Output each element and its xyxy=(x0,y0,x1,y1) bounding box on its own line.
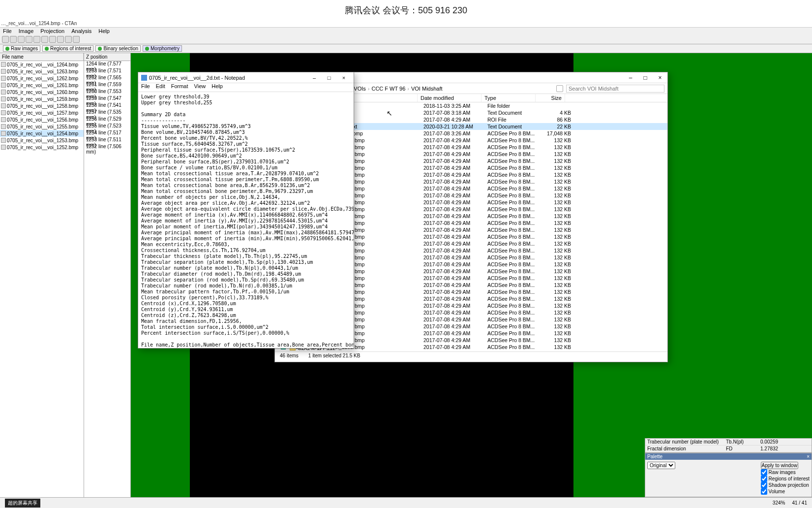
menu-image[interactable]: Image xyxy=(19,28,34,35)
tab-morphometry[interactable]: Morphometry xyxy=(143,45,182,52)
check-shadow-projection[interactable]: Shadow projection xyxy=(761,482,810,488)
zpos-value: 1260 line (7.553 mm) xyxy=(84,89,130,95)
file-size: 17,048 KB xyxy=(541,130,571,136)
menu-format[interactable]: Format xyxy=(171,83,188,92)
file-size: 132 KB xyxy=(541,158,571,164)
menu-file[interactable]: File xyxy=(141,83,150,92)
file-row[interactable]: 0705_ir_rec_voi__voi_1253.bmp xyxy=(0,137,84,144)
tab-icon xyxy=(5,47,9,51)
check-regions-of-interest[interactable]: Regions of interest xyxy=(761,476,810,482)
file-row[interactable]: 0705_ir_rec_voi__voi_1264.bmp xyxy=(0,61,84,68)
menu-help[interactable]: Help xyxy=(98,28,110,35)
file-icon xyxy=(1,90,6,95)
close-icon[interactable]: × xyxy=(337,73,351,82)
app-status-bar: 超的屏幕共享 324% 41 / 41 xyxy=(0,497,812,508)
file-row[interactable]: 0705_ir_rec_voi__voi_1258.bmp xyxy=(0,102,84,109)
file-row[interactable]: 0705_ir_rec_voi__voi_1255.bmp xyxy=(0,123,84,130)
crumb-item[interactable]: VOI Midshaft xyxy=(410,86,444,92)
file-date: 2017-07-08 4:29 AM xyxy=(423,248,487,254)
file-type: Text Document xyxy=(487,110,541,116)
refresh-icon[interactable] xyxy=(556,85,563,92)
toolbar-button[interactable] xyxy=(26,36,32,43)
close-icon[interactable]: × xyxy=(653,72,667,83)
menu-file[interactable]: File xyxy=(3,28,12,35)
file-date: 2017-07-08 4:29 AM xyxy=(423,296,487,302)
maximize-icon[interactable]: □ xyxy=(322,73,336,82)
palette-select[interactable]: Original xyxy=(647,462,675,469)
file-size: 132 KB xyxy=(541,317,571,322)
file-row[interactable]: 0705_ir_rec_voi__voi_1257.bmp xyxy=(0,109,84,116)
menu-help[interactable]: Help xyxy=(211,83,223,92)
col-size[interactable]: Size xyxy=(536,94,565,102)
file-size: 132 KB xyxy=(541,220,571,226)
minimize-icon[interactable]: – xyxy=(623,72,638,83)
col-type[interactable]: Type xyxy=(481,94,536,102)
file-icon xyxy=(1,117,6,122)
maximize-icon[interactable]: □ xyxy=(638,72,653,83)
palette-close-icon[interactable]: × xyxy=(807,454,810,459)
file-type: ACDSee Pro 8 BM... xyxy=(487,317,541,322)
tab-regions-of-interest[interactable]: Regions of interest xyxy=(42,45,93,52)
file-size: 132 KB xyxy=(541,248,571,254)
file-size: 132 KB xyxy=(541,199,571,205)
crumb-item[interactable]: CCC F WT 96 xyxy=(370,86,406,92)
file-date: 2017-07-08 4:29 AM xyxy=(423,317,487,322)
zpos-value: 1253 line (7.511 mm) xyxy=(84,137,130,144)
check-raw-images[interactable]: Raw images xyxy=(761,469,810,476)
tab-icon xyxy=(98,47,102,51)
file-size: 4 KB xyxy=(541,110,571,116)
file-list-panel: File name 0705_ir_rec_voi__voi_1264.bmp0… xyxy=(0,53,84,497)
menu-edit[interactable]: Edit xyxy=(156,83,165,92)
file-row[interactable]: 0705_ir_rec_voi__voi_1261.bmp xyxy=(0,82,84,89)
minimize-icon[interactable]: – xyxy=(307,73,321,82)
toolbar-button[interactable] xyxy=(65,36,72,43)
toolbar-button[interactable] xyxy=(10,36,17,43)
menu-view[interactable]: View xyxy=(194,83,206,92)
file-row[interactable]: 0705_ir_rec_voi__voi_1254.bmp xyxy=(0,130,84,137)
notepad-text-area[interactable]: Lower grey threshold,39 Upper grey thres… xyxy=(138,92,354,348)
toolbar-button[interactable] xyxy=(18,36,25,43)
notepad-title: 0705_ir_rec_voi__voi__2d.txt - Notepad xyxy=(149,75,245,81)
check-volume[interactable]: Volume xyxy=(761,488,810,495)
file-name: 0705_ir_rec_voi__voi_1257.bmp xyxy=(7,110,78,116)
toolbar-button[interactable] xyxy=(57,36,64,43)
apply-button[interactable]: Apply to window xyxy=(761,462,798,469)
zpos-value: 1255 line (7.523 mm) xyxy=(84,123,130,130)
file-row[interactable]: 0705_ir_rec_voi__voi_1252.bmp xyxy=(0,144,84,151)
file-icon xyxy=(1,103,6,108)
file-date: 2017-07-08 4:29 AM xyxy=(423,144,487,150)
file-icon xyxy=(1,124,6,129)
file-name: 0705_ir_rec_voi__voi_1261.bmp xyxy=(7,83,78,88)
file-icon xyxy=(1,138,6,143)
search-input[interactable] xyxy=(566,85,664,93)
tab-raw-images[interactable]: Raw images xyxy=(3,45,40,52)
toolbar-button[interactable] xyxy=(41,36,48,43)
file-row[interactable]: 0705_ir_rec_voi__voi_1259.bmp xyxy=(0,95,84,102)
file-date: 2017-07-08 4:29 AM xyxy=(423,268,487,274)
file-name-header[interactable]: File name xyxy=(0,53,84,61)
file-row[interactable]: 0705_ir_rec_voi__voi_1260.bmp xyxy=(0,89,84,95)
toolbar-button[interactable] xyxy=(33,36,40,43)
menu-projection[interactable]: Projection xyxy=(40,28,64,35)
col-date[interactable]: Date modified xyxy=(418,94,481,102)
file-type: ACDSee Pro 8 BM... xyxy=(487,344,541,350)
toolbar-button[interactable] xyxy=(73,36,80,43)
file-row[interactable]: 0705_ir_rec_voi__voi_1263.bmp xyxy=(0,68,84,75)
file-date: 2017-07-08 4:29 AM xyxy=(423,254,487,260)
toolbar-button[interactable] xyxy=(49,36,56,43)
toolbar-button[interactable] xyxy=(2,36,9,43)
file-row[interactable]: 0705_ir_rec_voi__voi_1262.bmp xyxy=(0,75,84,82)
menu-analysis[interactable]: Analysis xyxy=(71,28,91,35)
file-date: 2017-07-08 4:29 AM xyxy=(423,172,487,178)
file-type: ACDSee Pro 8 BM... xyxy=(487,137,541,143)
zpos-value: 1258 line (7.541 mm) xyxy=(84,102,130,109)
file-name: 0705_ir_rec_voi__voi_1259.bmp xyxy=(7,96,78,102)
file-date: 2020-03-21 10:28 AM xyxy=(423,124,487,129)
tab-binary-selection[interactable]: Binary selection xyxy=(95,45,141,52)
notepad-menu: FileEditFormatViewHelp xyxy=(138,83,354,92)
file-row[interactable]: 0705_ir_rec_voi__voi_1256.bmp xyxy=(0,116,84,123)
zposition-header[interactable]: Z position xyxy=(84,53,130,61)
file-type: ACDSee Pro 8 BM... xyxy=(487,186,541,191)
file-type: ACDSee Pro 8 BM... xyxy=(487,144,541,150)
ctan-tabs: Raw imagesRegions of interestBinary sele… xyxy=(0,44,812,53)
